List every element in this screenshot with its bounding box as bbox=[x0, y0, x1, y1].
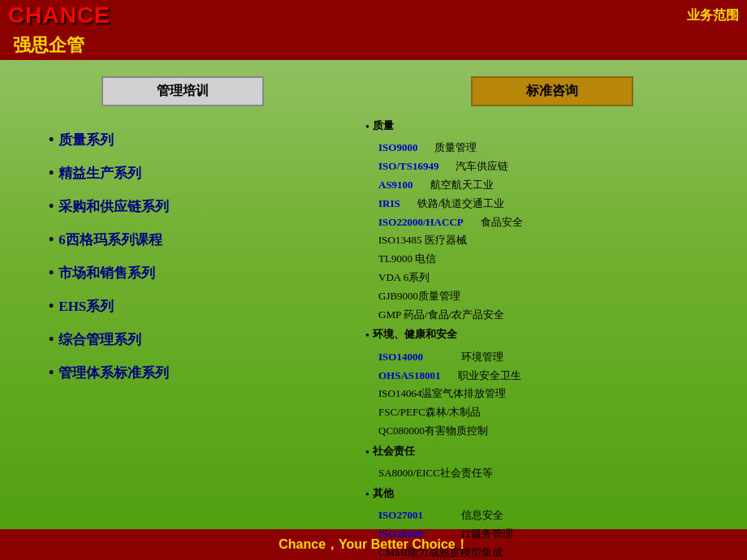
left-items-list: 质量系列 精益生产系列 采购和供应链系列 6西格玛系列课程 市场和销售系列 EH… bbox=[49, 131, 169, 397]
main-content: 管理培训 质量系列 精益生产系列 采购和供应链系列 6西格玛系列课程 市场和销售… bbox=[0, 60, 747, 529]
list-item: 市场和销售系列 bbox=[49, 264, 169, 282]
logo: CHANCE bbox=[8, 2, 110, 28]
list-item: EHS系列 bbox=[49, 297, 169, 316]
footer-text: Chance，Your Better Choice！ bbox=[279, 536, 468, 554]
header: CHANCE 业务范围 bbox=[0, 0, 747, 31]
category-social: • 社会责任 bbox=[365, 443, 739, 462]
category-env: • 环境、健康和安全 bbox=[365, 326, 739, 345]
right-section-header: 标准咨询 bbox=[471, 76, 633, 106]
category-other: • 其他 bbox=[365, 485, 739, 504]
list-item: 综合管理系列 bbox=[49, 330, 169, 349]
header-right-text: 业务范围 bbox=[687, 7, 739, 24]
left-section-header: 管理培训 bbox=[101, 76, 264, 106]
env-items: ISO14000 环境管理 OHSAS18001 职业安全卫生 ISO14064… bbox=[378, 349, 739, 440]
subtitle-text: 强思企管 bbox=[13, 33, 84, 58]
social-items: SA8000/EICC社会责任等 bbox=[378, 465, 739, 482]
right-content: • 质量 ISO9000 质量管理 ISO/TS16949 汽车供应链 AS91… bbox=[365, 118, 739, 560]
list-item: 6西格玛系列课程 bbox=[49, 230, 169, 249]
list-item: 精益生产系列 bbox=[49, 164, 169, 183]
left-panel: 管理培训 质量系列 精益生产系列 采购和供应链系列 6西格玛系列课程 市场和销售… bbox=[0, 60, 357, 529]
list-item: 质量系列 bbox=[49, 131, 169, 149]
list-item: 采购和供应链系列 bbox=[49, 197, 169, 216]
category-quality: • 质量 bbox=[365, 118, 739, 136]
subtitle-bar: 强思企管 bbox=[0, 31, 747, 60]
quality-items: ISO9000 质量管理 ISO/TS16949 汽车供应链 AS9100 航空… bbox=[378, 140, 739, 323]
list-item: 管理体系标准系列 bbox=[49, 364, 169, 382]
right-panel: 标准咨询 • 质量 ISO9000 质量管理 ISO/TS16949 汽车供应链… bbox=[357, 60, 747, 529]
